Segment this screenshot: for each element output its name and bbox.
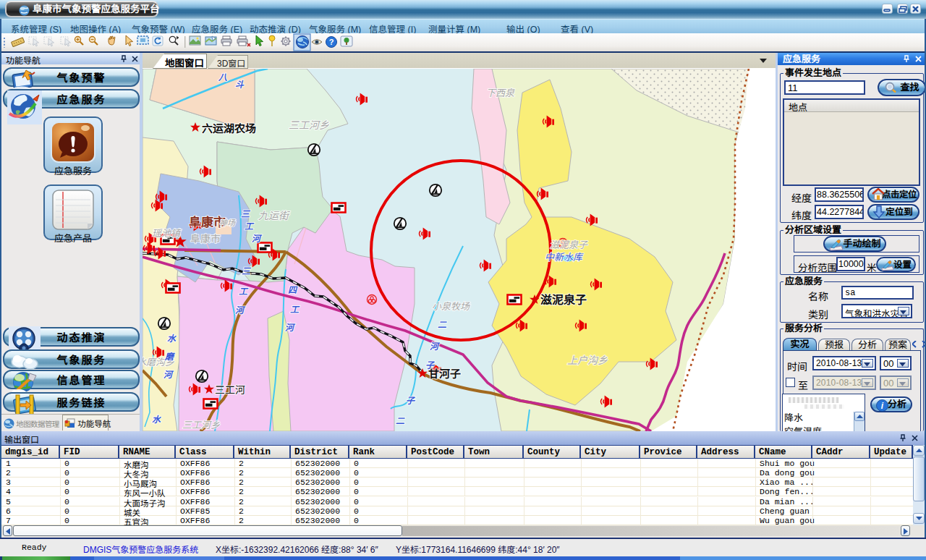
svg-text:三: 三	[242, 266, 252, 276]
svg-text:上户沟乡: 上户沟乡	[567, 355, 608, 366]
svg-text:工: 工	[239, 287, 249, 297]
svg-text:水: 水	[167, 334, 177, 344]
svg-text:水: 水	[152, 415, 161, 425]
svg-text:子: 子	[425, 360, 436, 370]
svg-text:瑶池镇: 瑶池镇	[152, 228, 182, 239]
svg-text:斗: 斗	[235, 80, 245, 90]
svg-text:磨: 磨	[164, 352, 175, 362]
svg-text:滋泥泉子: 滋泥泉子	[550, 239, 588, 250]
svg-text:工: 工	[290, 305, 300, 315]
svg-text:小泉牧场: 小泉牧场	[432, 301, 470, 312]
svg-text:子: 子	[406, 396, 416, 406]
svg-text:六运湖农场: 六运湖农场	[202, 122, 256, 135]
svg-text:三工河乡: 三工河乡	[289, 119, 329, 131]
svg-text:三: 三	[241, 209, 251, 219]
svg-text:工: 工	[245, 221, 255, 232]
svg-text:三工河: 三工河	[215, 384, 245, 396]
svg-text:阜康市: 阜康市	[190, 233, 221, 245]
svg-text:二: 二	[438, 320, 447, 330]
svg-text:二: 二	[396, 416, 405, 426]
svg-text:四: 四	[288, 285, 298, 295]
svg-text:八: 八	[218, 72, 228, 82]
svg-text:三工河乡: 三工河乡	[182, 420, 220, 430]
svg-text:下西泉: 下西泉	[486, 88, 515, 98]
svg-text:九运街: 九运街	[258, 210, 290, 221]
svg-text:中新水库: 中新水库	[545, 252, 584, 263]
svg-text:神场: 神场	[219, 219, 236, 227]
svg-text:?: ?	[329, 38, 334, 46]
svg-text:滋泥泉子: 滋泥泉子	[540, 294, 587, 306]
